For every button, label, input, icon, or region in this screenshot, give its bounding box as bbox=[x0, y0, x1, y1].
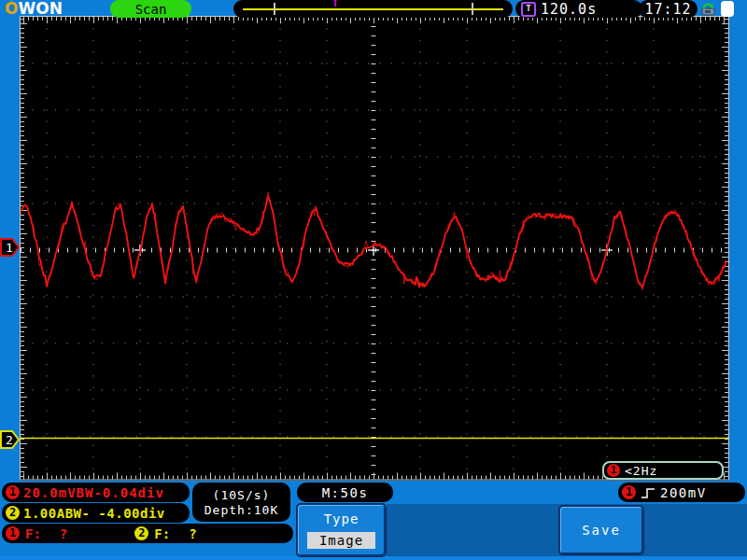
ch2-badge: 2 bbox=[6, 506, 20, 520]
type-button-title: Type bbox=[298, 511, 385, 526]
frequency-value: <2Hz bbox=[625, 464, 657, 478]
acquisition-mode-badge: Scan bbox=[110, 0, 191, 18]
ch1-readout: 1 20.0mVBW-0.04div bbox=[2, 483, 190, 502]
save-softkey-button[interactable]: Save bbox=[559, 506, 643, 554]
record-position-bar: T bbox=[233, 0, 513, 18]
logo-o: O bbox=[5, 0, 18, 18]
ch2-freq-label: F: bbox=[154, 526, 170, 541]
ch1-badge: 1 bbox=[607, 464, 620, 477]
memory-depth: Depth:10K bbox=[204, 503, 278, 517]
graticule bbox=[20, 16, 729, 481]
frequency-counter-badge: 1 <2Hz bbox=[602, 461, 724, 480]
ch2-readout: 2 1.00ABW- -4.00div bbox=[2, 503, 190, 523]
trigger-level-readout: 1 200mV bbox=[618, 483, 745, 502]
top-bar: OWON Scan T T 120.0s 17:12 bbox=[0, 0, 747, 18]
ch2-badge: 2 bbox=[134, 526, 148, 540]
clock: 17:12 bbox=[639, 0, 698, 18]
record-window-start-marker bbox=[274, 3, 275, 15]
sample-rate-readout: (10S/s) Depth:10K bbox=[192, 483, 290, 522]
frequency-readouts: 1 F: ? 2 F: ? bbox=[2, 524, 293, 543]
ch1-badge: 1 bbox=[6, 526, 20, 540]
svg-text:1: 1 bbox=[6, 241, 13, 255]
horizontal-trigger-readout: T 120.0s bbox=[515, 0, 642, 18]
timebase-readout: M:50s bbox=[297, 483, 393, 502]
logo-rest: WON bbox=[18, 0, 62, 18]
trigger-level-value: 200mV bbox=[660, 485, 707, 500]
trigger-time-value: 120.0s bbox=[541, 1, 597, 18]
rising-edge-icon bbox=[641, 486, 655, 499]
battery-indicator bbox=[721, 1, 734, 17]
bottom-strip bbox=[0, 556, 747, 560]
ch1-scale-position: 20.0mVBW-0.04div bbox=[23, 485, 164, 500]
ch1-freq-value: ? bbox=[60, 526, 67, 541]
ch1-badge: 1 bbox=[6, 485, 20, 499]
record-line bbox=[243, 8, 503, 10]
trigger-position-marker: T bbox=[332, 0, 338, 8]
record-window-end-marker bbox=[472, 3, 473, 15]
owon-logo: OWON bbox=[5, 0, 63, 18]
oscilloscope-screen: OWON Scan T T 120.0s 17:12 1 2 bbox=[0, 0, 747, 560]
usb-storage-icon bbox=[699, 2, 717, 17]
sample-rate: (10S/s) bbox=[213, 488, 271, 502]
acquisition-mode-label: Scan bbox=[135, 2, 167, 17]
timebase-value: M:50s bbox=[322, 485, 369, 500]
ch2-scale-position: 1.00ABW- -4.00div bbox=[23, 506, 165, 521]
type-softkey-button[interactable]: Type Image bbox=[297, 504, 386, 556]
svg-text:2: 2 bbox=[6, 433, 13, 447]
ch1-freq-label: F: bbox=[25, 526, 41, 541]
ch1-position-marker[interactable]: 1 bbox=[0, 237, 21, 258]
bottom-bar: 1 20.0mVBW-0.04div 2 1.00ABW- -4.00div (… bbox=[0, 481, 747, 560]
type-button-value[interactable]: Image bbox=[307, 532, 375, 549]
ch2-position-marker[interactable]: 2 bbox=[0, 429, 21, 450]
trigger-t-icon: T bbox=[521, 2, 536, 17]
ch2-freq-value: ? bbox=[189, 526, 196, 541]
trigger-source-badge: 1 bbox=[622, 485, 636, 499]
